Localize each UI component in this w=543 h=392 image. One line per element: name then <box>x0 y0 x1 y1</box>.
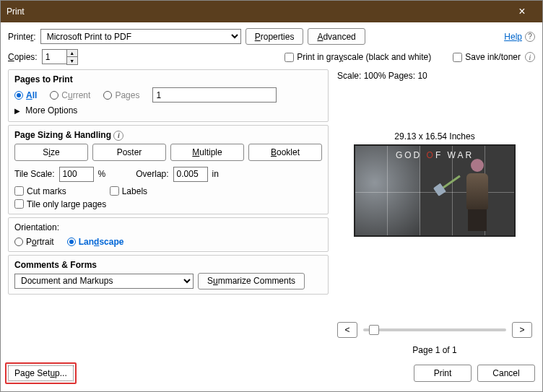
page-preview: GOD OF WAR <box>354 144 516 237</box>
page-indicator: Page 1 of 1 <box>337 345 532 355</box>
pages-to-print-section: Pages to Print All Current Pages ▶ More … <box>8 69 329 122</box>
overlap-input[interactable] <box>173 167 208 182</box>
cancel-button[interactable]: Cancel <box>477 365 535 382</box>
scale-label: Scale: 100% Pages: 10 <box>337 71 532 81</box>
info-icon[interactable]: i <box>525 52 535 62</box>
more-options-toggle[interactable]: ▶ More Options <box>14 105 322 116</box>
tilescale-label: Tile Scale: <box>14 169 55 179</box>
pages-all-radio[interactable]: All <box>14 90 37 100</box>
landscape-radio[interactable]: Landscape <box>67 237 124 247</box>
orientation-section: Orientation: Portrait Landscape <box>8 217 329 252</box>
booklet-button[interactable]: Booklet <box>248 144 322 161</box>
preview-slider[interactable] <box>363 328 506 331</box>
multiple-button[interactable]: Multiple <box>170 144 244 161</box>
page-sizing-section: Page Sizing & Handling i Size Poster Mul… <box>8 125 329 214</box>
copies-down-icon[interactable]: ▼ <box>67 57 77 64</box>
size-button[interactable]: Size <box>14 144 88 161</box>
page-setup-highlight: Page Setup... <box>5 362 77 384</box>
pages-heading: Pages to Print <box>14 74 322 84</box>
printer-label: Printer: <box>8 32 36 42</box>
preview-pane: Scale: 100% Pages: 10 29.13 x 16.54 Inch… <box>334 69 535 357</box>
labels-checkbox[interactable]: Labels <box>110 186 147 196</box>
chevron-right-icon: ▶ <box>14 107 20 115</box>
save-ink-checkbox[interactable]: Save ink/toner <box>453 52 521 62</box>
pages-current-radio[interactable]: Current <box>50 90 90 100</box>
page-setup-button[interactable]: Page Setup... <box>8 365 74 381</box>
info-icon[interactable]: i <box>113 131 123 141</box>
comments-section: Comments & Forms Document and Markups Su… <box>8 255 329 295</box>
copies-up-icon[interactable]: ▲ <box>67 50 77 57</box>
dimensions-label: 29.13 x 16.54 Inches <box>337 131 532 141</box>
print-dialog: Print × Printer: Microsoft Print to PDF … <box>0 0 543 392</box>
help-link[interactable]: Help? <box>504 32 535 42</box>
printer-select[interactable]: Microsoft Print to PDF <box>40 29 241 44</box>
comments-select[interactable]: Document and Markups <box>14 274 194 289</box>
close-icon[interactable]: × <box>508 5 537 18</box>
copies-input[interactable] <box>42 49 66 64</box>
properties-button[interactable]: Properties <box>246 28 304 45</box>
copies-stepper[interactable]: ▲▼ <box>42 49 78 65</box>
pages-range-radio[interactable]: Pages <box>103 90 139 100</box>
cutmarks-checkbox[interactable]: Cut marks <box>14 186 66 196</box>
orientation-heading: Orientation: <box>14 222 322 232</box>
titlebar: Print × <box>1 1 542 22</box>
prev-page-button[interactable]: < <box>337 322 357 338</box>
copies-label: Copies: <box>8 52 38 62</box>
window-title: Print <box>6 6 508 17</box>
overlap-label: Overlap: <box>136 169 168 179</box>
grayscale-checkbox[interactable]: Print in grayscale (black and white) <box>284 52 431 62</box>
tileonly-checkbox[interactable]: Tile only large pages <box>14 199 322 209</box>
sizing-heading: Page Sizing & Handling i <box>14 130 322 141</box>
tilescale-input[interactable] <box>59 167 94 182</box>
pages-range-input[interactable] <box>152 87 277 103</box>
help-icon: ? <box>525 32 535 42</box>
poster-button[interactable]: Poster <box>92 144 166 161</box>
summarize-comments-button[interactable]: Summarize Comments <box>198 273 305 289</box>
next-page-button[interactable]: > <box>512 322 532 338</box>
print-button[interactable]: Print <box>414 365 472 382</box>
advanced-button[interactable]: Advanced <box>308 28 365 45</box>
portrait-radio[interactable]: Portrait <box>14 237 54 247</box>
slider-thumb[interactable] <box>369 325 379 335</box>
comments-heading: Comments & Forms <box>14 260 322 270</box>
